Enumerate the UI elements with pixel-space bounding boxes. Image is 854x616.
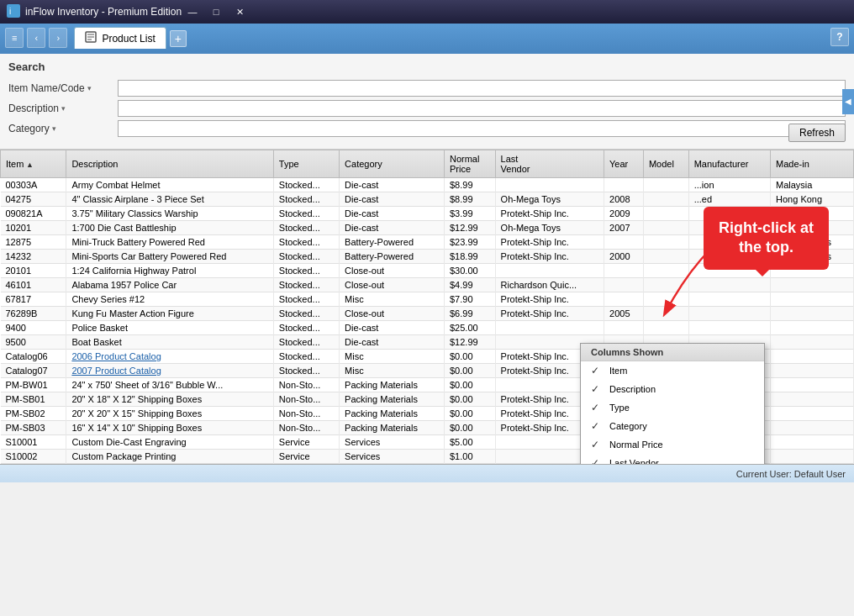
- title-bar: i inFlow Inventory - Premium Edition — □…: [0, 0, 854, 24]
- label-dropdown-arrow[interactable]: ▾: [87, 84, 92, 92]
- search-row-category: Category ▾: [8, 120, 846, 137]
- cell-item: PM-SB01: [1, 392, 66, 407]
- back-button[interactable]: ‹: [27, 28, 45, 48]
- maximize-button[interactable]: □: [205, 3, 227, 20]
- cell-madeIn: [771, 292, 854, 307]
- cell-item: PM-SB03: [1, 421, 66, 435]
- tab-product-list[interactable]: Product List: [74, 27, 166, 49]
- help-button[interactable]: ?: [830, 28, 849, 46]
- col-category[interactable]: Category: [340, 150, 445, 178]
- cell-year: [604, 321, 644, 335]
- cell-item: 9400: [1, 321, 66, 335]
- cell-item: 14232: [1, 250, 66, 264]
- cell-madeIn: [771, 335, 854, 350]
- cell-description: 2006 Product Catalog: [66, 350, 273, 364]
- search-input-desc[interactable]: [118, 100, 846, 117]
- ctx-checkmark: ✓: [591, 402, 603, 413]
- cell-category: Die-cast: [340, 335, 445, 350]
- cell-description: Custom Package Printing: [66, 450, 273, 464]
- cell-category: Packing Materials: [340, 392, 445, 407]
- cell-item: S10001: [1, 435, 66, 450]
- cell-madeIn: [771, 321, 854, 335]
- minimize-button[interactable]: —: [182, 3, 203, 20]
- table-row[interactable]: 042754" Classic Airplane - 3 Piece SetSt…: [1, 192, 854, 207]
- collapse-panel-button[interactable]: ◀: [842, 89, 854, 114]
- refresh-button[interactable]: Refresh: [788, 124, 846, 142]
- search-title: Search: [8, 61, 846, 73]
- close-button[interactable]: ✕: [229, 3, 250, 20]
- col-made-in[interactable]: Made-in: [771, 150, 854, 178]
- cell-description: 24" x 750' Sheet of 3/16" Bubble W...: [66, 378, 273, 392]
- tab-icon: [85, 31, 97, 45]
- table-row[interactable]: 00303AArmy Combat HelmetStocked...Die-ca…: [1, 178, 854, 192]
- add-tab-button[interactable]: +: [170, 30, 187, 47]
- cell-normalPrice: $6.99: [444, 307, 495, 321]
- ctx-item-description[interactable]: ✓Description: [581, 380, 764, 398]
- cell-normalPrice: $0.00: [444, 407, 495, 421]
- col-last-vendor[interactable]: LastVendor: [495, 150, 604, 178]
- search-row-item: Item Name/Code ▾: [8, 80, 846, 97]
- ctx-checkmark: ✓: [591, 457, 603, 464]
- col-manufacturer[interactable]: Manufacturer: [688, 150, 770, 178]
- menu-button[interactable]: ≡: [5, 28, 24, 48]
- ctx-item-category[interactable]: ✓Category: [581, 417, 764, 435]
- cell-description: Boat Basket: [66, 335, 273, 350]
- cell-normalPrice: $12.99: [444, 335, 495, 350]
- ctx-item-type[interactable]: ✓Type: [581, 398, 764, 417]
- cell-lastVendor: Protekt-Ship Inc.: [495, 292, 604, 307]
- cell-year: [604, 178, 644, 192]
- tooltip-line2: the top.: [739, 239, 793, 255]
- col-description[interactable]: Description: [66, 150, 273, 178]
- col-item[interactable]: Item: [1, 150, 66, 178]
- cell-type: Stocked...: [273, 364, 339, 378]
- col-normal-price[interactable]: NormalPrice: [444, 150, 495, 178]
- cell-type: Stocked...: [273, 250, 339, 264]
- cell-item: 46101: [1, 278, 66, 292]
- cell-normalPrice: $1.00: [444, 450, 495, 464]
- cell-category: Close-out: [340, 278, 445, 292]
- cell-normalPrice: $3.99: [444, 207, 495, 221]
- cell-madeIn: [771, 392, 854, 407]
- ctx-checkmark: ✓: [591, 383, 603, 395]
- cell-model: [643, 178, 688, 192]
- cell-description: 2007 Product Catalog: [66, 364, 273, 378]
- cell-year: [604, 235, 644, 250]
- tooltip-line1: Right-click at: [719, 219, 814, 236]
- col-type[interactable]: Type: [273, 150, 339, 178]
- cell-item: 20101: [1, 264, 66, 278]
- status-bar: Current User: Default User: [0, 464, 854, 482]
- search-select-category[interactable]: [118, 120, 846, 137]
- forward-button[interactable]: ›: [49, 28, 67, 48]
- cell-madeIn: [771, 364, 854, 378]
- search-label-item: Item Name/Code ▾: [8, 82, 118, 94]
- cell-normalPrice: $0.00: [444, 378, 495, 392]
- cell-category: Misc: [340, 292, 445, 307]
- ctx-item-normal-price[interactable]: ✓Normal Price: [581, 435, 764, 454]
- cell-category: Packing Materials: [340, 407, 445, 421]
- cell-category: Misc: [340, 350, 445, 364]
- cell-category: Die-cast: [340, 321, 445, 335]
- cell-model: [643, 192, 688, 207]
- cell-description: Alabama 1957 Police Car: [66, 278, 273, 292]
- cell-item: Catalog07: [1, 364, 66, 378]
- cell-year: 2008: [604, 192, 644, 207]
- label-dropdown-arrow-desc[interactable]: ▾: [61, 104, 66, 113]
- toolbar: ≡ ‹ › Product List + ?: [0, 24, 854, 52]
- cell-type: Non-Sto...: [273, 407, 339, 421]
- ctx-item-item[interactable]: ✓Item: [581, 361, 764, 380]
- cell-type: Stocked...: [273, 350, 339, 364]
- svg-text:i: i: [9, 7, 11, 16]
- cell-year: [604, 264, 644, 278]
- cell-type: Non-Sto...: [273, 392, 339, 407]
- label-dropdown-arrow-cat[interactable]: ▾: [52, 124, 56, 133]
- cell-madeIn: Malaysia: [771, 178, 854, 192]
- col-year[interactable]: Year: [604, 150, 644, 178]
- cell-madeIn: [771, 435, 854, 450]
- cell-item: PM-BW01: [1, 378, 66, 392]
- cell-madeIn: [771, 450, 854, 464]
- search-input-item[interactable]: [118, 80, 846, 97]
- col-model[interactable]: Model: [643, 150, 688, 178]
- cell-type: Non-Sto...: [273, 421, 339, 435]
- ctx-item-last-vendor[interactable]: ✓Last Vendor: [581, 454, 764, 464]
- cell-normalPrice: $7.90: [444, 292, 495, 307]
